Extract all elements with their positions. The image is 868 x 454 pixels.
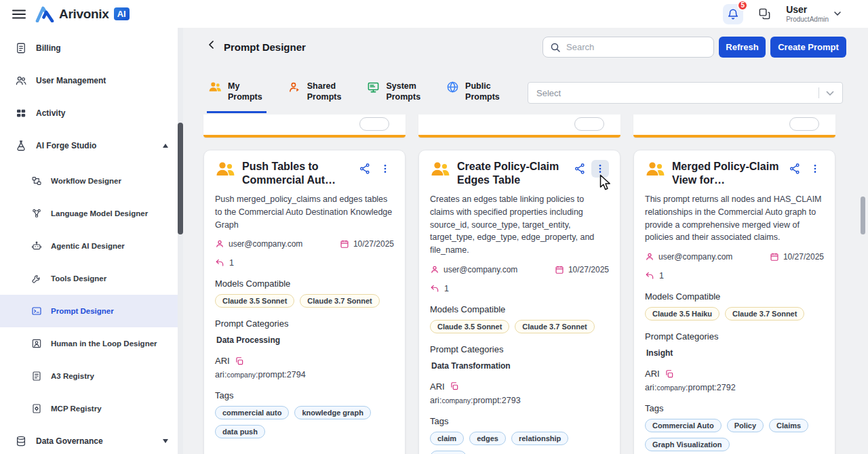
create-prompt-button[interactable]: Create Prompt [770, 37, 846, 58]
chevron-down-icon [834, 12, 841, 16]
author-email: user@company.com [658, 252, 732, 262]
brand-logo: Arivonix AI [35, 6, 130, 22]
filter-select[interactable]: Select [528, 82, 843, 104]
tag-chip: Commercial Auto [645, 419, 722, 432]
ari-label: ARI [645, 369, 660, 379]
tools-icon [31, 273, 42, 284]
sidebar-item-billing[interactable]: Billing [0, 32, 183, 64]
select-divider [818, 87, 819, 98]
user-menu[interactable]: User ProductAdmin [786, 4, 841, 24]
share-icon[interactable] [571, 160, 589, 178]
ari-value: ari:company:prompt:2793 [430, 396, 609, 405]
search-input[interactable] [566, 42, 707, 52]
prompt-title: Create Policy-Claim Edges Table [457, 160, 564, 186]
kebab-menu-icon[interactable] [806, 160, 824, 178]
back-button[interactable] [206, 39, 217, 50]
topbar: Arivonix AI 5 User ProductAdmin [0, 0, 868, 28]
select-caret-icon [826, 91, 834, 96]
sidebar-item-agentic-ai-designer[interactable]: Agentic AI Designer [0, 230, 183, 262]
model-chips: Claude 3.5 SonnetClaude 3.7 Sonnet [215, 294, 394, 308]
partial-chip [359, 117, 389, 131]
workspace-switcher-icon[interactable] [758, 7, 771, 20]
partial-card [418, 115, 620, 138]
language-model-icon [31, 208, 42, 219]
sidebar-item-mcp-registry[interactable]: MCP Registry [0, 392, 183, 425]
sidebar-item-a3-registry[interactable]: A3 Registry [0, 360, 183, 392]
tab-system-prompts[interactable]: SystemPrompts [366, 79, 425, 113]
category-list: Data Processing [215, 335, 394, 345]
model-chips: Claude 3.5 SonnetClaude 3.7 Sonnet [430, 320, 609, 333]
calendar-icon [770, 252, 779, 262]
kebab-menu-icon[interactable] [376, 160, 394, 178]
tab-my-prompts[interactable]: MyPrompts [207, 79, 267, 113]
copy-icon[interactable] [665, 369, 674, 379]
category-item: Insight [646, 348, 673, 358]
prompt-people-icon [645, 160, 665, 178]
fork-count: 1 [444, 284, 449, 293]
ari-label: ARI [430, 381, 445, 392]
sidebar-item-activity[interactable]: Activity [0, 97, 183, 129]
main-scrollbar-thumb[interactable] [861, 197, 865, 234]
sidebar-scrollbar-thumb[interactable] [178, 123, 183, 234]
ari-label: ARI [215, 356, 230, 366]
collapse-caret-icon[interactable] [163, 144, 168, 148]
billing-icon [15, 42, 27, 54]
prompt-description: Push merged_policy_claims and edges tabl… [215, 193, 394, 231]
workflow-icon [31, 176, 42, 186]
tags-label: Tags [215, 390, 394, 400]
tag-chip: knowledge graph [294, 406, 370, 419]
copy-icon[interactable] [235, 356, 244, 366]
prompt-icon [31, 306, 42, 316]
sidebar-item-tools-designer[interactable]: Tools Designer [0, 262, 183, 295]
partial-chip [574, 117, 604, 131]
tab-shared-prompts[interactable]: SharedPrompts [287, 79, 346, 113]
user-role: ProductAdmin [786, 16, 829, 24]
expand-caret-icon[interactable] [163, 439, 168, 443]
mcp-registry-icon [31, 403, 42, 414]
fork-count-icon [645, 271, 654, 281]
share-icon[interactable] [356, 160, 374, 178]
partial-card [633, 115, 835, 138]
refresh-button[interactable]: Refresh [719, 37, 766, 58]
tag-chip: commercial auto [215, 406, 289, 419]
tag-chips: claimedgesrelationshippolicy [430, 432, 609, 454]
tag-chip: relationship [511, 432, 568, 445]
sidebar-item-workflow-designer[interactable]: Workflow Designer [0, 165, 183, 197]
sidebar-item-user-management[interactable]: User Management [0, 64, 183, 97]
categories-label: Prompt Categories [215, 318, 394, 329]
kebab-menu-icon[interactable] [591, 160, 609, 178]
models-label: Models Compatible [645, 291, 824, 302]
sidebar-item-human-in-the-loop-designer[interactable]: Human in the Loop Designer [0, 327, 183, 360]
fork-count: 1 [229, 258, 234, 268]
notifications-button[interactable]: 5 [723, 4, 743, 24]
chevron-left-icon [206, 39, 217, 50]
share-icon[interactable] [786, 160, 804, 178]
partial-card [203, 115, 406, 138]
prompt-people-icon [215, 160, 235, 178]
created-date: 10/27/2025 [353, 239, 394, 249]
tag-chip: policy [430, 451, 467, 454]
tag-chip: Claims [769, 419, 808, 432]
sidebar: Billing User Management Activity AI Forg… [0, 28, 183, 454]
copy-icon[interactable] [450, 381, 459, 391]
tag-chips: commercial autoknowledge graphdata push [215, 406, 394, 438]
hamburger-menu-icon[interactable] [12, 9, 26, 19]
calendar-icon [340, 239, 349, 249]
card-row: Push Tables to Commercial Aut… Push merg… [183, 150, 860, 454]
sidebar-item-ai-forge-studio[interactable]: AI Forge Studio [0, 129, 183, 162]
system-prompts-icon [367, 81, 380, 94]
sidebar-item-language-model-designer[interactable]: Language Model Designer [0, 197, 183, 230]
search-box [542, 37, 714, 58]
created-date: 10/27/2025 [568, 265, 609, 274]
prompt-description: This prompt returns all nodes and HAS_CL… [645, 193, 824, 244]
sidebar-scrollbar-track [178, 28, 183, 454]
cards-viewport: Push Tables to Commercial Aut… Push merg… [183, 115, 860, 454]
fork-count-icon [215, 258, 224, 268]
categories-label: Prompt Categories [645, 331, 824, 342]
public-prompts-globe-icon [446, 81, 459, 94]
sidebar-item-data-governance[interactable]: Data Governance [0, 425, 183, 454]
sidebar-item-prompt-designer[interactable]: Prompt Designer [0, 295, 183, 327]
search-icon [550, 42, 561, 53]
partial-chip [789, 117, 819, 131]
tab-public-prompts[interactable]: PublicPrompts [445, 79, 504, 113]
